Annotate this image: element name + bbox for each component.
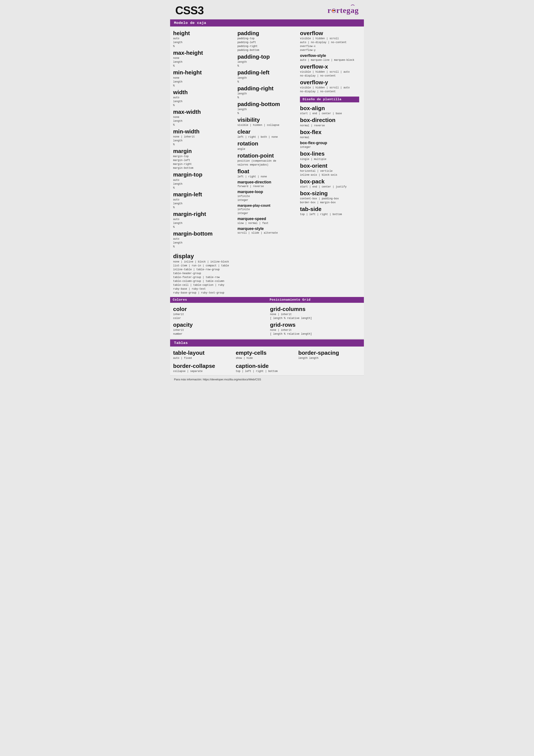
prop-overflow-x: overflow-x visible | hidden | scroll | a… (300, 63, 359, 78)
prop-padding-right: padding-right length% (238, 85, 297, 99)
prop-marquee-play-count: marquee-play-count infiniteinteger (238, 203, 297, 215)
grid-rows-values: none | inherit[ length % relative length… (270, 328, 361, 336)
marquee-loop-values: infiniteinteger (238, 194, 297, 202)
prop-color: color inheritcolor (173, 306, 264, 320)
prop-padding-bottom: padding-bottom length% (238, 101, 297, 115)
prop-clear: clear left | right | both | none (238, 128, 297, 139)
prop-box-sizing: box-sizing content-box | padding-boxbord… (300, 190, 359, 204)
margin-top-values: autolength% (173, 178, 234, 190)
prop-margin-left: margin-left autolength% (173, 191, 234, 209)
disenio-props: box-align start | end | center | base bo… (300, 102, 359, 216)
prop-box-flex: box-flex normal (300, 129, 359, 139)
padding-right-values: length% (238, 92, 297, 99)
width-values: autolength% (173, 96, 234, 107)
visibility-values: visible | hidden | collapse (238, 123, 297, 127)
prop-max-height: max-height nonelength% (173, 50, 234, 68)
overflow-x-values: visible | hidden | scroll | autono-displ… (300, 70, 359, 78)
logo: rrtegag (327, 6, 359, 15)
svg-point-1 (332, 10, 334, 12)
prop-marquee-direction: marquee-direction forward | reverse (238, 180, 297, 189)
prop-overflow: overflow visible | hidden | scrollauto |… (300, 30, 359, 52)
min-width-values: none | inheritlength% (173, 135, 234, 147)
prop-min-height: min-height nonelength% (173, 69, 234, 88)
tablas-grid-2: border-collapse collapse | separate capt… (173, 362, 361, 374)
prop-box-align: box-align start | end | center | base (300, 105, 359, 116)
rotation-point-values: position (compensación devalores emparej… (238, 159, 297, 167)
section-header-disenio: Diseño de plantilla (300, 96, 359, 102)
prop-box-lines: box-lines single | multiple (300, 150, 359, 161)
marquee-direction-values: forward | reverse (238, 184, 297, 188)
padding-values: padding-toppadding-leftpadding-rightpadd… (238, 37, 297, 52)
prop-marquee-loop: marquee-loop infiniteinteger (238, 190, 297, 202)
prop-border-collapse: border-collapse collapse | separate (173, 362, 236, 374)
box-orient-values: horizontal | verticleinline-axis | block… (300, 169, 359, 177)
overflow-y-values: visible | hidden | scroll | autono-displ… (300, 86, 359, 94)
prop-rotation-point: rotation-point position (compensación de… (238, 152, 297, 167)
rotation-values: angle (238, 147, 297, 151)
prop-margin-bottom: margin-bottom autolength% (173, 230, 234, 249)
prop-margin: margin margin-topmargin-leftmargin-right… (173, 148, 234, 170)
box-sizing-values: content-box | padding-boxborder-box | ma… (300, 197, 359, 204)
col-3: overflow visible | hidden | scrollauto |… (298, 29, 361, 249)
padding-left-values: length% (238, 76, 297, 84)
padding-top-values: length% (238, 60, 297, 68)
prop-visibility: visibility visible | hidden | collapse (238, 117, 297, 127)
margin-right-values: autolength% (173, 217, 234, 229)
section-header-box-model: Modelo de caja (170, 19, 364, 27)
prop-marquee-style: marquee-style scroll | slide | alternate (238, 227, 297, 235)
tablas-content: table-layout auto | fixed empty-cells sh… (170, 346, 364, 375)
height-values: autolength% (173, 37, 234, 48)
display-values: none | inline | block | inline-block lis… (173, 260, 361, 295)
prop-tab-side: tab-side top | left | right | bottom (300, 206, 359, 216)
prop-height: height autolength% (173, 30, 234, 48)
box-model-grid: height autolength% max-height nonelength… (170, 27, 364, 251)
prop-border-spacing: border-spacing length length (298, 348, 361, 361)
marquee-play-count-values: infiniteinteger (238, 207, 297, 215)
prop-max-width: max-width nonelength% (173, 109, 234, 127)
prop-padding-left: padding-left length% (238, 69, 297, 84)
margin-values: margin-topmargin-leftmargin-rightmargin-… (173, 154, 234, 170)
prop-grid-rows: grid-rows none | inherit[ length % relat… (270, 322, 361, 336)
prop-opacity: opacity inheritnumber (173, 322, 264, 336)
max-height-values: nonelength% (173, 56, 234, 68)
prop-empty-cells: empty-cells show | hide (236, 348, 298, 361)
grid-content: grid-columns none | inherit[ length % re… (267, 303, 364, 338)
color-values: inheritcolor (173, 312, 264, 320)
prop-padding: padding padding-toppadding-leftpadding-r… (238, 30, 297, 52)
marquee-style-values: scroll | slide | alternate (238, 231, 297, 235)
prop-table-layout: table-layout auto | fixed (173, 348, 236, 361)
svg-point-2 (334, 10, 335, 11)
page-title: CSS3 (175, 4, 204, 17)
prop-width: width autolength% (173, 89, 234, 107)
prop-box-flex-group: box-flex-group integer (300, 141, 359, 149)
max-width-values: nonelength% (173, 115, 234, 127)
prop-margin-top: margin-top autolength% (173, 171, 234, 190)
overflow-values: visible | hidden | scrollauto | no-displ… (300, 37, 359, 52)
header: CSS3 rrtegag (170, 0, 364, 19)
prop-box-orient: box-orient horizontal | verticleinline-a… (300, 162, 359, 177)
prop-box-pack: box-pack start | end | center | justify (300, 178, 359, 189)
disenio-section-inner: Diseño de plantilla box-align start | en… (300, 96, 359, 216)
opacity-values: inheritnumber (173, 328, 264, 336)
colores-grid-content: color inheritcolor opacity inheritnumber… (170, 303, 364, 339)
float-values: left | right | none (238, 175, 297, 179)
prop-float: float left | right | none (238, 168, 297, 179)
section-header-grid: Posicionamiento Grid (267, 297, 364, 303)
prop-margin-right: margin-right autolength% (173, 211, 234, 229)
prop-overflow-style: overflow-style auto | marquee-line | mar… (300, 53, 359, 62)
min-height-values: nonelength% (173, 76, 234, 88)
prop-padding-top: padding-top length% (238, 53, 297, 68)
overflow-style-values: auto | marquee-line | marquee-block (300, 58, 359, 62)
colores-header-cell: Colores (170, 297, 267, 303)
prop-grid-columns: grid-columns none | inherit[ length % re… (270, 306, 361, 320)
padding-bottom-values: length% (238, 108, 297, 115)
clear-values: left | right | both | none (238, 135, 297, 139)
col-2: padding padding-toppadding-leftpadding-r… (236, 29, 298, 249)
display-section: display none | inline | block | inline-b… (170, 251, 364, 297)
tablas-grid: table-layout auto | fixed empty-cells sh… (173, 348, 361, 361)
colores-content: color inheritcolor opacity inheritnumber (170, 303, 267, 338)
footer: Para más información: https://developer.… (170, 375, 364, 383)
prop-min-width: min-width none | inheritlength% (173, 128, 234, 147)
marquee-speed-values: slow | normal | fast (238, 221, 297, 225)
grid-columns-values: none | inherit[ length % relative length… (270, 312, 361, 320)
